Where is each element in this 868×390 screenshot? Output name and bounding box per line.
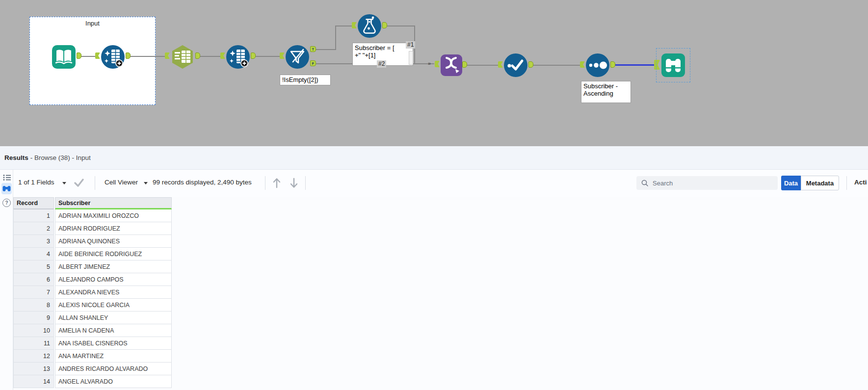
output-anchor[interactable] [77,52,81,59]
search-input[interactable] [652,179,766,187]
connection[interactable] [533,65,580,66]
browse-tool[interactable] [661,53,685,78]
union-tool[interactable] [440,54,463,77]
apply-check-icon[interactable] [74,178,84,187]
table-row[interactable]: 5ALBERT JIMENEZ [13,260,172,273]
table-row[interactable]: 1ADRIAN MAXIMILI OROZCO [13,209,172,222]
arrow-up-icon[interactable] [272,177,282,189]
table-row[interactable]: 10AMELIA N CADENA [13,324,172,337]
help-button[interactable]: ? [1,198,12,208]
table-row[interactable]: 8ALEXIS NICOLE GARCIA [13,299,172,312]
input-anchor[interactable] [435,61,440,67]
table-row[interactable]: 12ANA MARTINEZ [13,350,172,363]
record-number-cell[interactable]: 2 [13,222,54,235]
subscriber-cell[interactable]: ANA ISABEL CISNEROS [55,337,172,350]
connection[interactable] [81,56,95,57]
subscriber-cell[interactable]: ALLAN SHANLEY [55,312,172,324]
tool-container-input[interactable]: Input [29,17,156,105]
table-row[interactable]: 7ALEXANDRA NIEVES [13,286,172,299]
text-to-columns-tool[interactable] [170,44,195,70]
table-row[interactable]: 3ADRIANA QUINONES [13,235,172,248]
record-column-header[interactable]: Record [13,197,54,209]
table-row[interactable]: 2ADRIAN RODRIGUEZ [13,222,172,235]
table-row[interactable]: 6ALEJANDRO CAMPOS [13,273,172,286]
annotation-scrollbar[interactable] [409,51,413,65]
subscriber-column-header[interactable]: Subscriber [55,197,172,209]
input-anchor[interactable] [165,52,170,59]
table-row[interactable]: 4AIDE BERINICE RODRIGUEZ [13,248,172,260]
chevron-down-icon[interactable] [144,182,148,184]
output-anchor[interactable] [382,22,387,28]
details-view-button[interactable] [1,173,12,182]
record-number-cell[interactable]: 3 [13,235,54,248]
subscriber-cell[interactable]: ALEXANDRA NIEVES [55,286,172,299]
true-output-anchor[interactable]: T [310,46,316,52]
record-number-cell[interactable]: 12 [13,350,54,363]
table-row[interactable]: 11ANA ISABEL CISNEROS [13,337,172,350]
input-anchor[interactable] [280,52,285,59]
subscriber-cell[interactable]: ALBERT JIMENEZ [55,260,172,273]
fields-dropdown[interactable]: 1 of 1 Fields [18,179,54,186]
data-cleansing-tool-2[interactable] [225,44,251,70]
input-anchor[interactable] [220,52,225,59]
actions-button-clipped[interactable]: Acti [854,179,867,186]
table-row[interactable]: 13ANDRES RICARDO ALVARADO [13,363,172,375]
browse-view-button[interactable] [1,183,12,194]
subscriber-cell[interactable]: AIDE BERINICE RODRIGUEZ [55,248,172,260]
output-anchor[interactable] [195,52,200,59]
connection-true-branch[interactable] [335,26,336,50]
input-anchor[interactable] [580,61,585,68]
workflow-canvas[interactable]: Input T F » [0,0,868,147]
connection[interactable] [467,65,498,66]
cell-viewer-dropdown[interactable]: Cell Viewer [105,179,138,186]
connection-selected[interactable] [615,64,654,66]
false-output-anchor[interactable]: F [310,60,316,66]
connection[interactable] [256,56,280,57]
record-number-cell[interactable]: 7 [13,286,54,299]
chevron-down-icon[interactable] [62,182,66,184]
subscriber-cell[interactable]: AMELIA N CADENA [55,324,172,337]
connection[interactable] [131,56,165,57]
record-number-cell[interactable]: 4 [13,248,54,260]
data-tab-button[interactable]: Data [781,176,801,190]
subscriber-cell[interactable]: ANGEL ALVARADO [55,375,172,388]
record-number-cell[interactable]: 5 [13,260,54,273]
arrow-down-icon[interactable] [289,177,299,189]
formula-tool[interactable] [357,13,382,39]
sort-tool[interactable] [585,52,610,78]
record-number-cell[interactable]: 14 [13,375,54,388]
subscriber-cell[interactable]: ALEJANDRO CAMPOS [55,273,172,286]
connection-formula-out[interactable] [387,26,415,26]
subscriber-cell[interactable]: ALEXIS NICOLE GARCIA [55,299,172,312]
input-data-tool[interactable] [51,44,77,70]
output-anchor[interactable] [528,61,533,68]
table-row[interactable]: 9ALLAN SHANLEY [13,312,172,324]
output-anchor[interactable] [126,52,131,59]
subscriber-cell[interactable]: ANA MARTINEZ [55,350,172,363]
sort-annotation[interactable]: Subscriber - Ascending [581,81,631,103]
connection-true-branch[interactable] [316,49,336,50]
connection-true-branch[interactable] [335,26,352,26]
input-anchor[interactable] [498,61,503,68]
subscriber-cell[interactable]: ADRIANA QUINONES [55,235,172,248]
output-anchor[interactable] [462,61,467,68]
data-cleansing-tool-1[interactable] [100,44,126,70]
unique-tool[interactable] [503,52,528,78]
record-number-cell[interactable]: 13 [13,363,54,375]
record-number-cell[interactable]: 6 [13,273,54,286]
output-anchor[interactable] [610,61,615,68]
subscriber-cell[interactable]: ANDRES RICARDO ALVARADO [55,363,172,375]
record-number-cell[interactable]: 8 [13,299,54,312]
search-box[interactable] [636,176,778,190]
table-row[interactable]: 14ANGEL ALVARADO [13,375,172,388]
record-number-cell[interactable]: 1 [13,209,54,222]
record-number-cell[interactable]: 10 [13,324,54,337]
subscriber-cell[interactable]: ADRIAN RODRIGUEZ [55,222,172,235]
metadata-tab-button[interactable]: Metadata [801,176,839,190]
record-number-cell[interactable]: 11 [13,337,54,350]
output-anchor[interactable] [251,52,256,59]
record-number-cell[interactable]: 9 [13,312,54,324]
subscriber-cell[interactable]: ADRIAN MAXIMILI OROZCO [55,209,172,222]
input-anchor[interactable] [352,22,357,28]
filter-tool[interactable] [285,44,310,70]
